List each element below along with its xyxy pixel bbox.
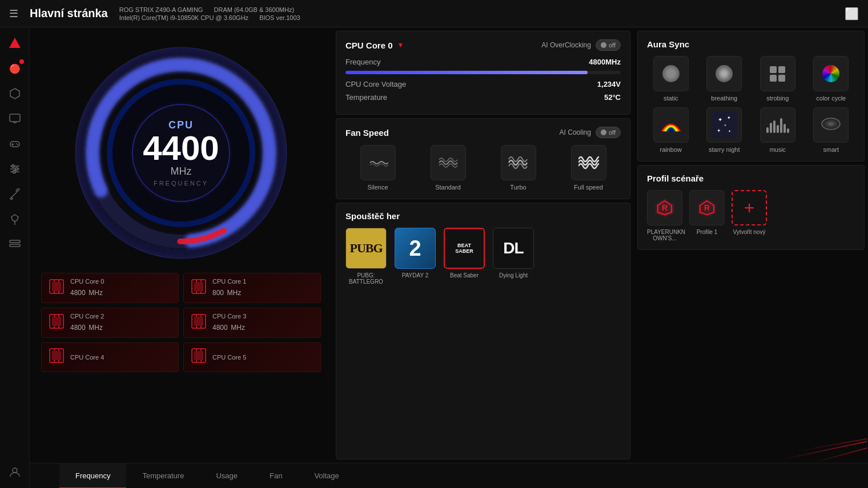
cpu-panel-title: CPU Core 0 ▼	[345, 41, 404, 50]
core-tile-3[interactable]: CPU Core 3 4800 MHz	[183, 308, 321, 338]
fan-option-fullspeed[interactable]: Full speed	[556, 145, 621, 191]
aura-smart-label: smart	[823, 146, 839, 153]
tab-frequency[interactable]: Frequency	[59, 463, 126, 488]
header-specs: ROG STRIX Z490-A GAMING DRAM (64.0GB & 3…	[119, 6, 300, 21]
profile-panel-title: Profil scénaře	[647, 174, 704, 183]
svg-rect-18	[10, 244, 20, 247]
temperature-row: Temperature 52°C	[345, 93, 621, 102]
core-freq-0: 4800 MHz	[70, 285, 171, 298]
sidebar-item-tools[interactable]	[5, 184, 25, 204]
aura-static-icon	[662, 65, 680, 82]
profile-item-new[interactable]: + Vytvořit nový	[732, 190, 767, 235]
game-label-dyinglight: Dying Light	[499, 272, 528, 279]
sidebar-item-list[interactable]	[5, 234, 25, 255]
aura-rainbow-box	[653, 107, 689, 143]
aura-item-breathing[interactable]: breathing	[701, 56, 749, 102]
core-tile-4[interactable]: CPU Core 4	[41, 342, 179, 372]
aura-item-rainbow[interactable]: rainbow	[647, 107, 695, 153]
sidebar-item-notifications[interactable]: 🔴	[5, 58, 25, 79]
profile-icon-box-new: +	[732, 190, 767, 225]
game-label-payday: PAYDAY 2	[402, 272, 429, 279]
core-name-4: CPU Core 4	[70, 354, 171, 361]
game-item-beatsaber[interactable]: BEAT SABER Beat Saber	[444, 228, 485, 285]
aura-rainbow-icon	[660, 116, 682, 134]
fan-panel: Fan Speed AI Cooling off	[336, 118, 630, 199]
sidebar: 🔴	[0, 27, 30, 488]
sidebar-item-gamepad[interactable]	[5, 134, 25, 154]
frequency-bar-fill	[345, 71, 588, 74]
ai-overclock-toggle[interactable]: AI OverClocking off	[541, 39, 621, 51]
aura-strobing-label: strobing	[766, 95, 789, 102]
svg-text:R: R	[662, 203, 668, 212]
svg-rect-49	[194, 317, 203, 326]
fan-panel-header: Fan Speed AI Cooling off	[345, 127, 621, 138]
core-info-4: CPU Core 4	[70, 354, 171, 361]
aura-colorcycle-label: color cycle	[816, 95, 846, 102]
menu-icon[interactable]: ☰	[9, 7, 18, 20]
profile-label-new: Vytvořit nový	[733, 229, 766, 235]
sidebar-item-rog[interactable]	[5, 33, 25, 54]
spec-bios: BIOS ver.1003	[259, 14, 300, 21]
aura-item-colorcycle[interactable]: color cycle	[807, 56, 855, 102]
aura-music-label: music	[769, 146, 786, 153]
aura-strobing-icon	[770, 66, 785, 82]
gauge-cpu-sublabel: FREQUENCY	[143, 180, 219, 187]
aura-item-music[interactable]: music	[754, 107, 802, 153]
sidebar-item-sliders[interactable]	[5, 159, 25, 179]
core-tile-2[interactable]: CPU Core 2 4800 MHz	[41, 308, 179, 338]
cpu-dropdown-arrow[interactable]: ▼	[397, 41, 404, 49]
tab-fan[interactable]: Fan	[254, 463, 298, 488]
core-freq-1: 800 MHz	[212, 285, 314, 298]
voltage-label: CPU Core Voltage	[345, 80, 406, 88]
cooling-toggle-dot	[601, 130, 606, 135]
fan-option-standard[interactable]: Standard	[416, 145, 480, 191]
core-freq-2: 4800 MHz	[70, 320, 171, 333]
ai-cooling-switch[interactable]: off	[596, 127, 621, 138]
fan-option-silence[interactable]: Silence	[345, 145, 410, 191]
game-icon-payday: 2	[395, 228, 436, 269]
fan-option-turbo[interactable]: Turbo	[486, 145, 550, 191]
aura-static-box	[653, 56, 689, 91]
game-icon-beatsaber: BEAT SABER	[444, 228, 485, 269]
ai-toggle-switch[interactable]: off	[596, 39, 621, 51]
tab-temperature[interactable]: Temperature	[126, 463, 200, 488]
game-item-pubg[interactable]: PUBG PUBG: BATTLEGRO	[345, 228, 387, 285]
temperature-value: 52°C	[604, 93, 621, 102]
core-tile-1[interactable]: CPU Core 1 800 MHz	[183, 273, 321, 303]
tab-voltage[interactable]: Voltage	[298, 463, 355, 488]
aura-starry-icon: ✦ ✦ ✦ ✦ ✦	[711, 112, 737, 138]
aura-breathing-label: breathing	[711, 95, 737, 102]
sidebar-item-pin[interactable]	[5, 209, 25, 229]
sidebar-item-monitor[interactable]	[5, 108, 25, 129]
monitor-icon[interactable]: ⬜	[845, 7, 859, 20]
aura-breathing-box	[706, 56, 742, 91]
aura-item-starrynight[interactable]: ✦ ✦ ✦ ✦ ✦ starry night	[701, 107, 749, 153]
aura-item-static[interactable]: static	[647, 56, 695, 102]
fan-silence-label: Silence	[367, 184, 388, 191]
profile-item-0[interactable]: R PLAYERUNKN OWN'S...	[647, 190, 682, 241]
aura-item-smart[interactable]: smart	[807, 107, 855, 153]
fan-turbo-label: Turbo	[510, 184, 526, 191]
sidebar-item-user[interactable]	[5, 462, 25, 482]
game-item-payday[interactable]: 2 PAYDAY 2	[395, 228, 436, 285]
plus-icon: +	[744, 199, 755, 217]
profile-item-1[interactable]: R Profile 1	[689, 190, 725, 235]
aura-item-strobing[interactable]: strobing	[754, 56, 802, 102]
ai-cooling-toggle[interactable]: AI Cooling off	[560, 127, 621, 138]
aura-rainbow-label: rainbow	[660, 146, 682, 153]
core-name-0: CPU Core 0	[70, 278, 171, 285]
profile-label-0: PLAYERUNKN OWN'S...	[647, 229, 682, 241]
frequency-label: Frequency	[345, 58, 380, 66]
toggle-dot	[601, 42, 606, 48]
cpu-panel-header: CPU Core 0 ▼ AI OverClocking off	[345, 39, 621, 51]
right-column: Aura Sync static	[634, 27, 868, 463]
svg-rect-55	[52, 351, 61, 360]
tab-usage[interactable]: Usage	[200, 463, 254, 488]
core-tile-5[interactable]: CPU Core 5	[183, 342, 321, 372]
core-tile-0[interactable]: CPU Core 0 4800 MHz	[41, 273, 179, 303]
core-info-3: CPU Core 3 4800 MHz	[212, 313, 314, 333]
game-item-dyinglight[interactable]: DL Dying Light	[493, 228, 534, 285]
svg-point-12	[11, 165, 14, 168]
sidebar-item-hexagon[interactable]	[5, 83, 25, 104]
core-icon-2	[49, 313, 65, 333]
